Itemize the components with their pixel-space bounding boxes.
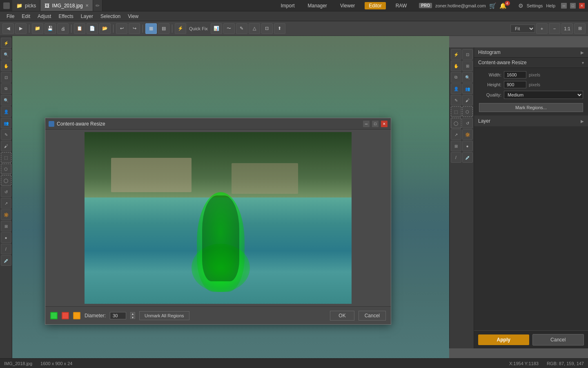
tool-portrait[interactable]: 👤	[1, 106, 11, 117]
rtool-sel3[interactable]: ◯	[451, 118, 461, 128]
redo-btn[interactable]: ↪	[129, 23, 140, 34]
curve-btn[interactable]: 〜	[223, 23, 235, 34]
menu-edit[interactable]: Edit	[18, 13, 33, 20]
apply-btn[interactable]: Apply	[478, 334, 529, 345]
tool-heal[interactable]: ↗	[1, 198, 11, 209]
rtool-layer2[interactable]: ⧉	[451, 72, 461, 83]
nav-manager[interactable]: Manager	[305, 2, 330, 9]
rtool-sel2[interactable]: ⬡	[462, 106, 473, 117]
marker-btn[interactable]: ✎	[236, 23, 247, 34]
tool-stamp[interactable]: 🔆	[1, 209, 11, 220]
rtool-person1[interactable]: 👤	[451, 83, 461, 94]
tool-line[interactable]: /	[1, 244, 11, 254]
rtool-copy[interactable]: ⊡	[462, 49, 473, 60]
marker-green-btn[interactable]	[50, 312, 58, 319]
menu-view[interactable]: View	[125, 13, 142, 20]
tool-lasso[interactable]: ↺	[1, 186, 11, 197]
mark-regions-btn[interactable]: Mark Regions...	[479, 103, 583, 112]
unmark-regions-btn[interactable]: Unmark All Regions	[139, 311, 189, 320]
tool-select1[interactable]: ⬚	[1, 152, 11, 163]
diameter-input[interactable]	[110, 312, 126, 319]
rtool-person2[interactable]: 👥	[462, 83, 473, 94]
rtool-stamp2[interactable]: 🔆	[462, 129, 473, 140]
rtool-pen2[interactable]: ✎	[451, 95, 461, 105]
zoom-out-btn[interactable]: −	[549, 23, 560, 34]
gear-icon[interactable]: ⚙	[518, 2, 523, 9]
tool-layer[interactable]: ⧉	[1, 83, 11, 94]
tool-container[interactable]: ⊞	[1, 221, 11, 231]
rtool-circ[interactable]: ●	[462, 141, 473, 151]
zoom-in-btn[interactable]: +	[536, 23, 548, 34]
copy-btn[interactable]: 📋	[74, 23, 85, 34]
folder-btn[interactable]: 📁	[32, 23, 43, 34]
rtool-crop2[interactable]: ⊞	[462, 61, 473, 71]
menu-layer[interactable]: Layer	[78, 13, 96, 20]
tool-brush[interactable]: 🖌	[1, 141, 11, 151]
marker-red-btn[interactable]	[62, 312, 69, 319]
export-btn[interactable]: ⬆	[274, 23, 285, 34]
dialog-ok-btn[interactable]: OK	[330, 311, 354, 321]
tab-picks[interactable]: 📁 picks	[12, 0, 40, 11]
tool-search[interactable]: 🔍	[1, 49, 11, 60]
dialog-close[interactable]: ✕	[381, 121, 388, 127]
quality-select[interactable]: Medium Low High	[504, 91, 583, 99]
tool-eyedrop[interactable]: 💉	[1, 255, 11, 266]
height-input[interactable]	[504, 81, 526, 88]
marker-yellow-btn[interactable]	[73, 312, 80, 319]
paste-btn[interactable]: 📄	[87, 23, 98, 34]
print-btn[interactable]: 🖨	[57, 23, 69, 34]
menu-adjust[interactable]: Adjust	[34, 13, 54, 20]
dialog-canvas[interactable]	[48, 132, 388, 304]
nav-raw[interactable]: RAW	[392, 2, 410, 9]
zoom-select[interactable]: Fit 100% 50%	[510, 25, 535, 33]
tool-crop[interactable]: ⊡	[1, 72, 11, 83]
rtool-flash[interactable]: ⚡	[451, 49, 461, 60]
tool-hand[interactable]: ✋	[1, 61, 11, 71]
forward-btn[interactable]: ▶	[15, 23, 27, 34]
dialog-cancel-btn[interactable]: Cancel	[359, 311, 386, 321]
save-btn[interactable]: 💾	[45, 23, 56, 34]
undo-btn[interactable]: ↩	[116, 23, 127, 34]
tool-pen[interactable]: ✎	[1, 129, 11, 140]
diameter-down[interactable]: ▼	[130, 316, 135, 319]
tool-select2[interactable]: ⬡	[1, 164, 11, 174]
rtool-sel1[interactable]: ⬚	[451, 106, 461, 117]
back-btn[interactable]: ◀	[2, 23, 14, 34]
rtool-brush2[interactable]: 🖌	[462, 95, 473, 105]
width-input[interactable]	[504, 71, 526, 79]
histogram-arrow[interactable]: ▶	[581, 50, 584, 55]
car-arrow[interactable]: ▾	[582, 61, 584, 65]
rtool-cont[interactable]: ⊞	[451, 141, 461, 151]
tab-img-close[interactable]: ✕	[85, 3, 89, 8]
diameter-up[interactable]: ▲	[130, 312, 135, 315]
close-btn[interactable]: ✕	[579, 3, 585, 9]
maximize-btn[interactable]: □	[570, 3, 576, 9]
shape-btn[interactable]: △	[249, 23, 260, 34]
resize-btn[interactable]: ⊡	[261, 23, 273, 34]
tab-img[interactable]: 🖼 IMG_2018.jpg ✕	[40, 0, 93, 11]
layer-arrow[interactable]: ▶	[581, 119, 584, 123]
nav-import[interactable]: Import	[277, 2, 298, 9]
minimize-btn[interactable]: ─	[561, 3, 567, 9]
grid-btn[interactable]: ▦	[145, 23, 157, 34]
rtool-heal2[interactable]: ↗	[451, 129, 461, 140]
menu-effects[interactable]: Effects	[55, 13, 76, 20]
rtool-line2[interactable]: /	[451, 152, 461, 163]
rtool-eye[interactable]: 💉	[462, 152, 473, 163]
cancel-btn[interactable]: Cancel	[532, 334, 584, 346]
tool-flash[interactable]: ⚡	[1, 38, 11, 48]
dialog-maximize[interactable]: □	[372, 121, 379, 127]
tool-zoom2[interactable]: 🔍	[1, 95, 11, 105]
histogram-btn[interactable]: 📊	[211, 23, 222, 34]
menu-selection[interactable]: Selection	[97, 13, 124, 20]
zoom-100-btn[interactable]: 1:1	[561, 23, 573, 34]
open-btn[interactable]: 📂	[99, 23, 111, 34]
tool-circle[interactable]: ●	[1, 232, 11, 243]
zoom-fit-btn[interactable]: ⊞	[574, 23, 586, 34]
tool-portrait2[interactable]: 👥	[1, 118, 11, 128]
tab-new[interactable]: ✏	[93, 0, 102, 11]
rtool-lasso2[interactable]: ↺	[462, 118, 473, 128]
grid2-btn[interactable]: ▤	[158, 23, 169, 34]
menu-file[interactable]: File	[3, 13, 18, 20]
nav-viewer[interactable]: Viewer	[337, 2, 358, 9]
